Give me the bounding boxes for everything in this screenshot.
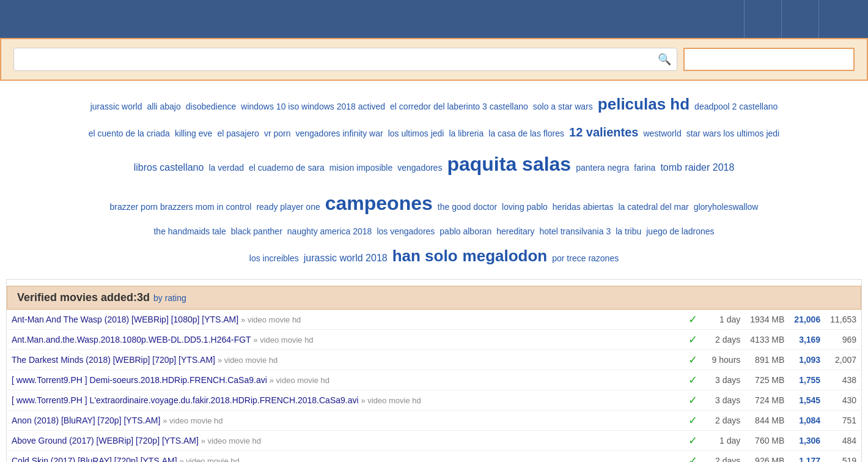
torrent-title-link[interactable]: The Darkest Minds (2018) [WEBRip] [720p]… [12, 355, 215, 365]
nav-mytorrentz-button[interactable] [781, 0, 818, 38]
age-cell: 1 day [702, 431, 745, 451]
tag-link[interactable]: campeones [325, 192, 433, 214]
nav-search-button[interactable] [744, 0, 781, 38]
torrent-title-link[interactable]: Ant-Man And The Wasp (2018) [WEBRip] [10… [12, 315, 238, 324]
tag-link[interactable]: vr porn [264, 129, 291, 138]
torrent-title-link[interactable]: Ant.Man.and.the.Wasp.2018.1080p.WEB-DL.D… [12, 335, 251, 345]
verified-icon: ✓ [688, 313, 697, 326]
age-cell: 3 days [702, 370, 745, 390]
torrent-title-link[interactable]: Above Ground (2017) [WEBRip] [720p] [YTS… [12, 436, 199, 445]
tags-container: jurassic worldalli abajodisobediencewind… [12, 88, 856, 272]
table-row[interactable]: [ www.Torrent9.PH ] L'extraordinaire.voy… [7, 390, 861, 411]
tag-link[interactable]: vengadores [397, 163, 442, 173]
tag-link[interactable]: el cuento de la criada [89, 129, 170, 138]
seeds-cell[interactable]: 1,545 [789, 390, 825, 411]
section-verified-movies: Verified movies added:3dby rating Ant-Ma… [6, 279, 862, 462]
tag-link[interactable]: ready player one [256, 202, 320, 212]
header-nav [744, 0, 856, 38]
seeds-cell[interactable]: 21,006 [789, 310, 825, 330]
table-row[interactable]: Anon (2018) [BluRAY] [720p] [YTS.AM] » v… [7, 411, 861, 431]
tag-link[interactable]: paquita salas [447, 153, 571, 175]
tag-link[interactable]: killing eve [175, 129, 212, 138]
tag-link[interactable]: star wars los ultimos jedi [686, 129, 780, 138]
tag-link[interactable]: solo a star wars [533, 102, 593, 111]
seeds-cell[interactable]: 3,169 [789, 330, 825, 350]
tag-link[interactable]: los ultimos jedi [388, 129, 444, 138]
tag-link[interactable]: pablo alboran [440, 226, 491, 236]
torrent-category: » video movie hd [241, 315, 301, 324]
tag-link[interactable]: windows 10 iso windows 2018 actived [241, 102, 385, 111]
table-row[interactable]: Above Ground (2017) [WEBRip] [720p] [YTS… [7, 431, 861, 451]
table-row[interactable]: The Darkest Minds (2018) [WEBRip] [720p]… [7, 350, 861, 370]
table-row[interactable]: Ant-Man And The Wasp (2018) [WEBRip] [10… [7, 310, 861, 330]
nav-help-button[interactable] [818, 0, 856, 38]
size-cell: 725 MB [745, 370, 789, 390]
tag-link[interactable]: loving pablo [502, 202, 548, 212]
tag-link[interactable]: disobedience [186, 102, 237, 111]
tag-link[interactable]: megalodon [463, 247, 548, 265]
tag-link[interactable]: por trece razones [552, 253, 619, 263]
tag-link[interactable]: peliculas hd [598, 95, 690, 113]
tag-link[interactable]: han solo [392, 247, 458, 265]
tag-link[interactable]: tomb raider 2018 [660, 162, 734, 173]
seeds-cell[interactable]: 1,084 [789, 411, 825, 431]
age-cell: 9 hours [702, 350, 745, 370]
header [0, 0, 868, 38]
torrent-title-link[interactable]: Cold Skin (2017) [BluRAY] [720p] [YTS.AM… [12, 456, 177, 462]
tag-link[interactable]: pantera negra [576, 163, 629, 173]
tag-link[interactable]: la libreria [449, 129, 484, 138]
tag-link[interactable]: los increibles [249, 253, 299, 263]
tag-link[interactable]: brazzer porn brazzers mom in control [110, 202, 252, 212]
section-title: Verified movies added:3d [17, 291, 150, 304]
tag-link[interactable]: la tribu [616, 226, 641, 236]
tag-link[interactable]: vengadores infinity war [295, 129, 383, 138]
torrent-category: » video movie hd [163, 416, 223, 425]
tag-link[interactable]: heridas abiertas [553, 202, 614, 212]
tag-link[interactable]: el pasajero [217, 129, 259, 138]
table-row[interactable]: Cold Skin (2017) [BluRAY] [720p] [YTS.AM… [7, 451, 861, 463]
seeds-cell[interactable]: 1,755 [789, 370, 825, 390]
search-row: 🔍 [13, 48, 855, 71]
torrent-title-link[interactable]: [ www.Torrent9.PH ] L'extraordinaire.voy… [12, 395, 359, 405]
seeds-cell[interactable]: 1,177 [789, 451, 825, 463]
table-row[interactable]: [ www.Torrent9.PH ] Demi-soeurs.2018.HDR… [7, 370, 861, 390]
tag-link[interactable]: gloryholeswallow [694, 202, 759, 212]
by-rating[interactable]: by rating [153, 293, 186, 303]
seeds-cell[interactable]: 1,306 [789, 431, 825, 451]
verified-cell: ✓ [683, 390, 702, 411]
torrent-title-cell: The Darkest Minds (2018) [WEBRip] [720p]… [7, 350, 683, 370]
torrent-category: » video movie hd [270, 376, 329, 385]
tag-link[interactable]: naughty america 2018 [287, 226, 372, 236]
seeds-cell[interactable]: 1,093 [789, 350, 825, 370]
tag-link[interactable]: el cuaderno de sara [249, 163, 325, 173]
search-input[interactable] [13, 48, 677, 71]
search-button[interactable] [683, 48, 855, 71]
tag-link[interactable]: juego de ladrones [646, 226, 714, 236]
tag-link[interactable]: alli abajo [147, 102, 180, 111]
tag-link[interactable]: the good doctor [438, 202, 497, 212]
tag-link[interactable]: 12 valientes [569, 125, 638, 139]
tag-link[interactable]: mision imposible [329, 163, 392, 173]
tag-link[interactable]: black panther [231, 226, 282, 236]
tag-link[interactable]: deadpool 2 castellano [694, 102, 778, 111]
tag-link[interactable]: farina [634, 163, 655, 173]
torrent-title-link[interactable]: Anon (2018) [BluRAY] [720p] [YTS.AM] [12, 415, 160, 425]
torrent-title-link[interactable]: [ www.Torrent9.PH ] Demi-soeurs.2018.HDR… [12, 375, 267, 385]
tag-link[interactable]: hotel transilvania 3 [539, 226, 611, 236]
tag-link[interactable]: los vengadores [377, 226, 435, 236]
verified-cell: ✓ [683, 310, 702, 330]
tag-link[interactable]: la verdad [208, 163, 244, 173]
tag-link[interactable]: hereditary [496, 226, 534, 236]
tag-link[interactable]: la casa de las flores [488, 129, 564, 138]
tag-link[interactable]: westworld [643, 129, 681, 138]
tag-link[interactable]: the handmaids tale [153, 226, 226, 236]
verified-icon: ✓ [688, 354, 697, 366]
size-cell: 844 MB [745, 411, 789, 431]
tag-link[interactable]: la catedral del mar [618, 202, 688, 212]
tag-link[interactable]: jurassic world [90, 102, 142, 111]
tag-link[interactable]: jurassic world 2018 [304, 253, 388, 263]
tag-link[interactable]: libros castellano [134, 162, 204, 173]
table-row[interactable]: Ant.Man.and.the.Wasp.2018.1080p.WEB-DL.D… [7, 330, 861, 350]
tag-link[interactable]: el corredor del laberinto 3 castellano [390, 102, 528, 111]
torrent-category: » video movie hd [361, 396, 421, 405]
